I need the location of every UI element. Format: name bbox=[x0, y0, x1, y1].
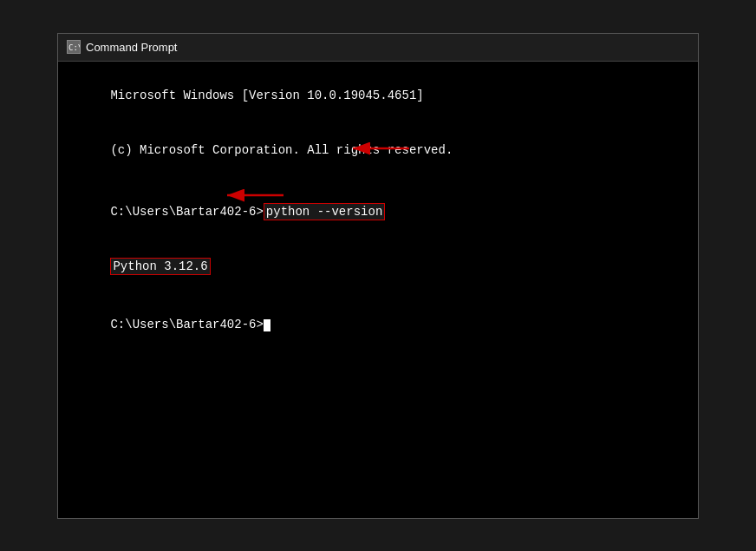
windows-version: Microsoft Windows [Version 10.0.19045.46… bbox=[110, 89, 423, 102]
svg-text:C:\: C:\ bbox=[68, 43, 80, 52]
terminal-line-5: C:\Users\Bartar402-6> bbox=[67, 298, 689, 352]
cursor bbox=[264, 319, 270, 331]
output-text: Python 3.12.6 bbox=[110, 258, 210, 275]
terminal-body[interactable]: Microsoft Windows [Version 10.0.19045.46… bbox=[58, 62, 698, 518]
arrow-1 bbox=[344, 133, 414, 167]
cmd-icon: C:\ bbox=[67, 40, 81, 54]
title-bar: C:\ Command Prompt bbox=[58, 34, 698, 62]
terminal-line-4: Python 3.12.6 bbox=[67, 239, 689, 294]
arrow-2 bbox=[218, 180, 288, 214]
terminal-line-1: Microsoft Windows [Version 10.0.19045.46… bbox=[67, 69, 689, 123]
terminal-line-3: C:\Users\Bartar402-6>python --version bbox=[67, 185, 689, 239]
prompt-2: C:\Users\Bartar402-6> bbox=[110, 318, 263, 331]
cmd-window: C:\ Command Prompt Microsoft Windows [Ve… bbox=[57, 33, 699, 519]
window-title: Command Prompt bbox=[86, 41, 177, 54]
